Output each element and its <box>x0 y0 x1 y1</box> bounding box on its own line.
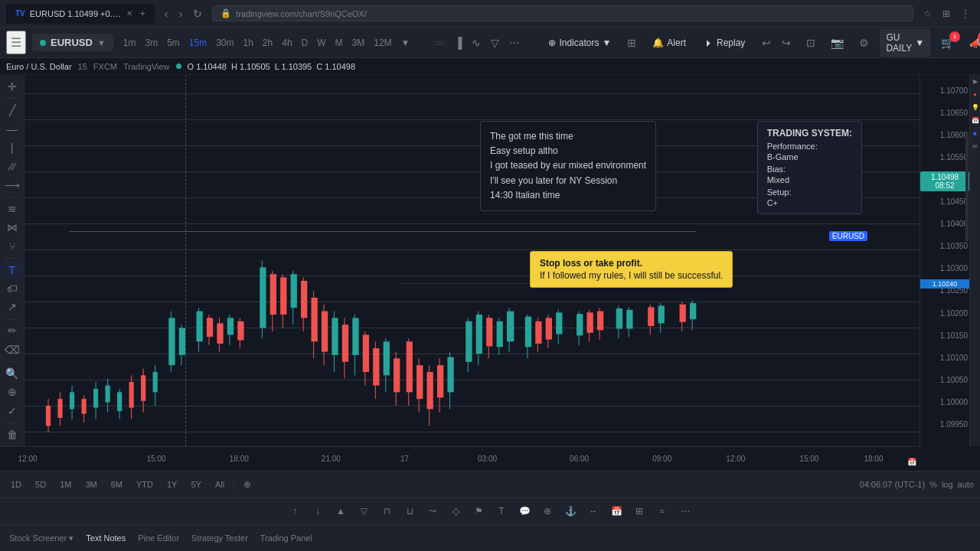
brush-tool[interactable]: ✏ <box>2 322 23 339</box>
tf-more[interactable]: ▼ <box>397 35 414 51</box>
draw-bracket[interactable]: ⊓ <box>377 501 397 521</box>
vertical-line-tool[interactable]: | <box>2 139 23 156</box>
bookmark-btn[interactable]: ☆ <box>920 7 936 21</box>
draw-more-2[interactable]: ⋯ <box>675 501 695 521</box>
draw-balloon[interactable]: ⊕ <box>537 501 557 521</box>
indicators-btn[interactable]: ⊕ Indicators ▼ <box>542 34 617 51</box>
trend-line-tool[interactable]: ╱ <box>2 102 23 119</box>
fib-tool[interactable]: ≋ <box>2 201 23 217</box>
horizontal-line-tool[interactable]: — <box>2 120 23 137</box>
eraser-tool[interactable]: ⌫ <box>2 341 23 358</box>
lock-tool[interactable]: ✓ <box>2 402 23 419</box>
messages-icon[interactable]: ✉ <box>972 143 978 150</box>
period-3m[interactable]: 3M <box>80 478 101 491</box>
tf-d[interactable]: D <box>298 35 312 51</box>
draw-flag[interactable]: ⚑ <box>469 501 488 521</box>
bar-chart-btn[interactable]: 𝄗 <box>432 34 448 51</box>
draw-short[interactable]: ▽ <box>354 501 374 521</box>
draw-callout[interactable]: 💬 <box>514 501 534 521</box>
fullscreen-btn[interactable]: ⊡ <box>802 34 820 51</box>
pitchfork-tool[interactable]: ⑂ <box>2 237 23 254</box>
cursor-tool[interactable]: ✛ <box>2 78 23 95</box>
status-text-notes[interactable]: Text Notes <box>86 533 126 543</box>
period-1y[interactable]: 1Y <box>162 478 181 491</box>
forward-btn[interactable]: › <box>175 6 186 21</box>
tf-12m[interactable]: 12M <box>370 35 395 51</box>
undo-btn[interactable]: ↩ <box>757 34 776 51</box>
tf-1h[interactable]: 1h <box>240 35 257 51</box>
tf-w[interactable]: W <box>313 35 329 51</box>
reload-btn[interactable]: ↻ <box>189 6 206 21</box>
menu-btn[interactable]: ⋮ <box>957 7 974 21</box>
period-all[interactable]: All <box>211 478 229 491</box>
status-strategy-tester[interactable]: Strategy Tester <box>191 533 248 543</box>
watchlist-icon[interactable]: ▶ <box>972 78 978 85</box>
calendar-icon[interactable]: 📅 <box>972 117 979 124</box>
arrow-tool[interactable]: ↗ <box>2 298 23 315</box>
draw-price-note[interactable]: ◇ <box>446 501 466 521</box>
status-stock-screener[interactable]: Stock Screener ▾ <box>9 533 74 543</box>
line-chart-btn[interactable]: ∿ <box>468 34 485 51</box>
zoom-tool[interactable]: 🔍 <box>2 365 23 382</box>
tf-3m[interactable]: 3m <box>141 35 162 51</box>
ideas-icon[interactable]: 💡 <box>972 104 979 111</box>
chart-more-btn[interactable]: ⋯ <box>505 34 524 51</box>
browser-tab[interactable]: TV EURUSD 1.10499 +0.15% GU... ✕ + <box>6 4 155 24</box>
magnet-tool[interactable]: ⊕ <box>2 383 23 400</box>
calendar-expand-btn[interactable]: 📅 <box>907 458 916 466</box>
redo-btn[interactable]: ↪ <box>777 34 795 51</box>
draw-date-range[interactable]: 📅 <box>606 501 626 521</box>
trash-tool[interactable]: 🗑 <box>2 426 23 443</box>
tf-4h[interactable]: 4h <box>278 35 296 51</box>
draw-ghost-feed[interactable]: ≈ <box>652 501 672 521</box>
channel-tool[interactable]: ⫻ <box>2 158 23 174</box>
tf-3m-large[interactable]: 3M <box>348 35 369 51</box>
tf-30m[interactable]: 30m <box>212 35 237 51</box>
period-5y[interactable]: 5Y <box>186 478 205 491</box>
draw-measure[interactable]: ↔ <box>583 501 603 521</box>
gann-tool[interactable]: ⋈ <box>2 219 23 236</box>
snapshot-btn[interactable]: 📷 <box>826 34 848 51</box>
draw-arrow-up[interactable]: ↑ <box>285 501 305 521</box>
chart-settings-btn[interactable]: ⚙ <box>854 34 874 51</box>
area-chart-btn[interactable]: ▽ <box>487 34 503 51</box>
candle-chart-btn[interactable]: ▐ <box>450 34 466 51</box>
period-ytd[interactable]: YTD <box>132 478 158 491</box>
tf-2h[interactable]: 2h <box>259 35 276 51</box>
draw-anchored-note[interactable]: ⚓ <box>560 501 580 521</box>
active-panel-icon[interactable]: ■ <box>973 130 977 137</box>
text-tool[interactable]: T <box>2 261 23 278</box>
layout-selector[interactable]: GU DAILY ▼ <box>880 29 930 57</box>
extensions-btn[interactable]: ⊞ <box>939 7 954 21</box>
layout-btn[interactable]: ⊞ <box>623 34 640 51</box>
new-tab-btn[interactable]: + <box>140 8 145 19</box>
replay-btn[interactable]: ⏵ Replay <box>698 34 751 51</box>
draw-bars-pattern[interactable]: ⊞ <box>629 501 649 521</box>
chart-area[interactable]: The got me this time Easy setup altho I … <box>24 75 920 446</box>
tf-m[interactable]: M <box>332 35 347 51</box>
symbol-selector[interactable]: EURUSD ▼ <box>32 34 113 51</box>
alert-btn[interactable]: 🔔 Alert <box>646 34 692 51</box>
period-1d[interactable]: 1D <box>6 478 26 491</box>
price-label-tool[interactable]: 🏷 <box>2 280 23 297</box>
period-compare[interactable]: ⊕ <box>239 477 256 492</box>
period-6m[interactable]: 6M <box>106 478 127 491</box>
period-5d[interactable]: 5D <box>31 478 51 491</box>
period-1m[interactable]: 1M <box>55 478 76 491</box>
hamburger-btn[interactable]: ☰ <box>6 31 26 54</box>
draw-forecast[interactable]: ⤳ <box>423 501 443 521</box>
status-pine-editor[interactable]: Pine Editor <box>138 533 179 543</box>
url-bar[interactable]: 🔒 tradingview.com/chart/S9nQCeOX/ <box>212 5 913 21</box>
draw-long[interactable]: ▲ <box>331 501 351 521</box>
alert-sidebar-icon[interactable]: ● <box>973 91 977 98</box>
draw-price-range[interactable]: ⊔ <box>400 501 420 521</box>
status-trading-panel[interactable]: Trading Panel <box>260 533 312 543</box>
back-btn[interactable]: ‹ <box>161 6 172 21</box>
tf-15m[interactable]: 15m <box>185 35 211 51</box>
tf-5m[interactable]: 5m <box>163 35 184 51</box>
draw-arrow-down[interactable]: ↓ <box>308 501 328 521</box>
draw-text-note[interactable]: T <box>492 501 511 521</box>
ray-tool[interactable]: ⟶ <box>2 177 23 194</box>
price-scale-scrollbar[interactable] <box>965 131 969 243</box>
tab-close-btn[interactable]: ✕ <box>126 9 132 18</box>
